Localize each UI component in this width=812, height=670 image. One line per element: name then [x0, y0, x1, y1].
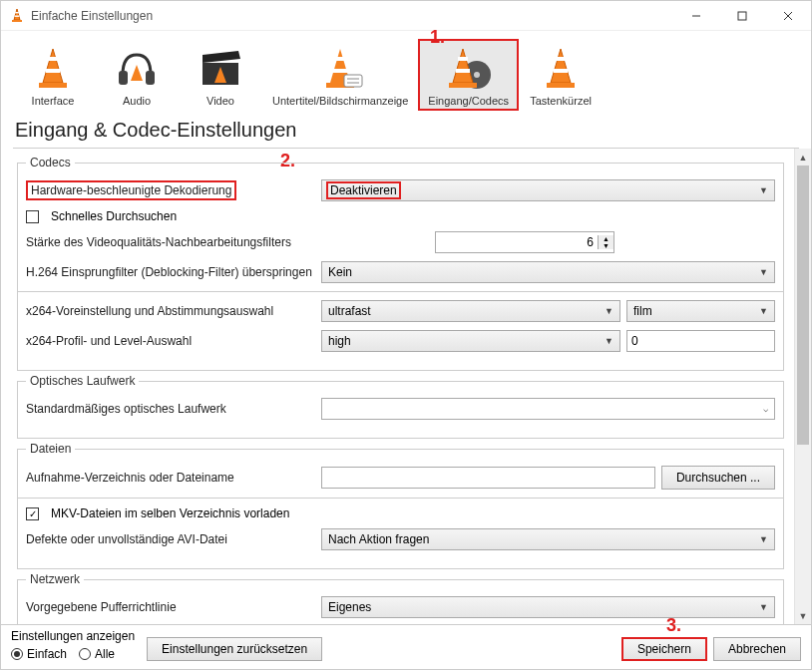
x264-tune-select[interactable]: film▼ — [626, 300, 775, 322]
tab-hotkeys[interactable]: Tastenkürzel — [519, 39, 603, 111]
annotation-1: 1. — [430, 27, 445, 48]
spin-up[interactable]: ▲ — [599, 235, 613, 242]
group-files: Dateien Aufnahme-Verzeichnis oder Datein… — [17, 449, 784, 569]
scroll-thumb[interactable] — [797, 166, 809, 445]
svg-rect-30 — [456, 69, 470, 73]
x264-preset-label: x264-Voreinstellung und Abstimmungsauswa… — [26, 304, 315, 318]
clapperboard-icon — [197, 45, 244, 93]
cone-disc-icon — [445, 45, 493, 93]
maximize-button[interactable] — [719, 1, 765, 31]
vertical-scrollbar[interactable]: ▲ ▼ — [794, 149, 811, 624]
radio-all[interactable]: Alle — [79, 647, 115, 661]
minimize-button[interactable] — [673, 1, 719, 31]
svg-rect-13 — [146, 71, 155, 85]
headphones-icon — [113, 45, 161, 93]
show-settings-label: Einstellungen anzeigen — [11, 629, 135, 643]
settings-content: 2. Codecs Hardware-beschleunigte Dekodie… — [1, 149, 794, 624]
optical-drive-select[interactable]: ⌵ — [321, 398, 775, 420]
svg-rect-5 — [738, 12, 746, 20]
tab-video[interactable]: Video — [179, 39, 262, 111]
scroll-up[interactable]: ▲ — [795, 149, 811, 166]
fast-seek-label: Schnelles Durchsuchen — [51, 209, 177, 223]
window-title: Einfache Einstellungen — [31, 9, 673, 23]
browse-button[interactable]: Durchsuchen ... — [661, 466, 775, 490]
svg-rect-29 — [458, 57, 468, 61]
x264-preset-select[interactable]: ultrafast▼ — [321, 300, 620, 322]
x264-level-input[interactable]: 0 — [626, 330, 775, 352]
svg-rect-32 — [547, 83, 575, 88]
svg-marker-14 — [131, 65, 143, 81]
radio-simple[interactable]: Einfach — [11, 647, 67, 661]
cone-icon — [29, 45, 77, 93]
chevron-down-icon: ▼ — [759, 306, 768, 316]
svg-point-26 — [474, 72, 480, 78]
caching-label: Vorgegebene Pufferrichtlinie — [26, 600, 315, 614]
record-path-input[interactable] — [321, 467, 655, 489]
optical-drive-label: Standardmäßiges optisches Laufwerk — [26, 402, 315, 416]
hwdecode-label: Hardware-beschleunigte Dekodierung — [26, 180, 315, 200]
hwdecode-select[interactable]: Deaktivieren▼ — [321, 179, 775, 201]
svg-marker-16 — [203, 51, 240, 63]
cancel-button[interactable]: Abbrechen — [713, 637, 801, 661]
caching-select[interactable]: Eigenes▼ — [321, 596, 775, 618]
subtitle-icon — [316, 45, 364, 93]
annotation-3: 3. — [666, 615, 681, 636]
avi-label: Defekte oder unvollständige AVI-Datei — [26, 532, 315, 546]
x264-profile-select[interactable]: high▼ — [321, 330, 620, 352]
svg-rect-34 — [554, 69, 568, 73]
mkv-preload-checkbox[interactable]: ✓ — [26, 507, 39, 520]
svg-rect-1 — [12, 20, 22, 22]
tab-interface[interactable]: Interface — [11, 39, 95, 111]
spin-down[interactable]: ▼ — [599, 242, 613, 249]
svg-marker-0 — [14, 9, 20, 20]
postproc-label: Stärke des Videoqualitäts-Nachbearbeitun… — [26, 235, 429, 249]
scroll-down[interactable]: ▼ — [795, 607, 811, 624]
svg-marker-8 — [43, 49, 63, 83]
fast-seek-checkbox[interactable] — [26, 210, 39, 223]
group-optical: Optisches Laufwerk Standardmäßiges optis… — [17, 381, 784, 439]
chevron-down-icon: ⌵ — [763, 404, 768, 414]
reset-button[interactable]: Einstellungen zurücksetzen — [147, 637, 322, 661]
svg-rect-11 — [46, 69, 60, 73]
svg-rect-10 — [48, 57, 58, 61]
x264-profile-label: x264-Profil- und Level-Auswahl — [26, 334, 315, 348]
avi-select[interactable]: Nach Aktion fragen▼ — [321, 528, 775, 550]
svg-rect-33 — [556, 57, 566, 61]
svg-rect-21 — [333, 69, 347, 73]
tab-input-codecs[interactable]: Eingang/Codecs — [418, 39, 519, 111]
titlebar: Einfache Einstellungen — [1, 1, 811, 31]
svg-rect-20 — [335, 57, 345, 61]
svg-rect-22 — [344, 75, 362, 87]
deblock-select[interactable]: Kein▼ — [321, 261, 775, 283]
footer: 3. Einstellungen anzeigen Einfach Alle E… — [1, 624, 811, 669]
svg-rect-2 — [15, 12, 19, 13]
tab-subtitles[interactable]: Untertitel/Bildschirmanzeige — [262, 39, 418, 111]
close-button[interactable] — [765, 1, 811, 31]
mkv-preload-label: MKV-Dateien im selben Verzeichnis vorlad… — [51, 506, 289, 520]
chevron-down-icon: ▼ — [605, 336, 613, 346]
deblock-label: H.264 Einsprungfilter (Deblocking-Filter… — [26, 265, 315, 279]
postproc-spinner[interactable]: 6 ▲▼ — [435, 231, 614, 253]
save-button[interactable]: Speichern — [621, 637, 707, 661]
svg-marker-31 — [551, 49, 571, 83]
svg-rect-28 — [449, 83, 477, 88]
group-codecs: Codecs Hardware-beschleunigte Dekodierun… — [17, 163, 784, 371]
svg-rect-12 — [119, 71, 128, 85]
chevron-down-icon: ▼ — [605, 306, 613, 316]
svg-rect-9 — [39, 83, 67, 88]
svg-rect-3 — [15, 15, 20, 16]
chevron-down-icon: ▼ — [759, 602, 768, 612]
chevron-down-icon: ▼ — [759, 534, 768, 544]
record-path-label: Aufnahme-Verzeichnis oder Dateiname — [26, 471, 315, 485]
chevron-down-icon: ▼ — [759, 267, 768, 277]
chevron-down-icon: ▼ — [759, 185, 768, 195]
tab-audio[interactable]: Audio — [95, 39, 179, 111]
page-title: Eingang & Codec-Einstellungen — [1, 115, 811, 148]
vlc-cone-icon — [9, 8, 25, 24]
category-toolbar: Interface Audio Video Untertitel/Bildsch… — [1, 31, 811, 115]
cone-icon — [537, 45, 585, 93]
settings-window: Einfache Einstellungen 1. Interface Audi… — [0, 0, 812, 670]
